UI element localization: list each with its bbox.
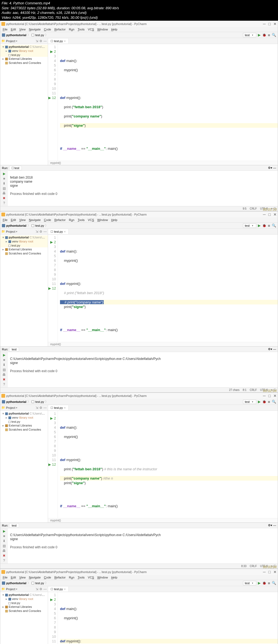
run-tab[interactable]: test — [9, 166, 22, 170]
menu-edit[interactable]: Edit — [10, 27, 17, 31]
video-video: Video: h264, yuv420p, 1280x720, 751 kb/s… — [2, 15, 276, 20]
debug-icon[interactable]: 🐞 — [262, 224, 266, 228]
run-label: Run: — [2, 166, 8, 170]
menu-file[interactable]: File — [1, 27, 9, 31]
crumb-project[interactable]: pythontutorial — [6, 33, 26, 37]
editor[interactable]: test.py × 1▶ 234567891011▶ 12 def main()… — [48, 38, 278, 165]
project-label[interactable]: 📁 Project — [1, 39, 17, 43]
code-editor[interactable]: def main(): myprint() def myprint(): pri… — [58, 44, 278, 161]
video-file: File: 4. Python Comments.mp4 — [2, 1, 276, 6]
video-size: Size: 34273022 bytes (32.69 MiB), durati… — [2, 6, 276, 11]
stop-icon[interactable]: ■ — [268, 223, 270, 228]
close-icon[interactable]: ✕ — [273, 22, 277, 26]
hide-run-icon[interactable]: — — [273, 166, 276, 169]
ide-frame-1: pythontutorial [C:\Users\Abdelfattah\Pyc… — [0, 21, 278, 211]
menu-run[interactable]: Run — [68, 27, 76, 31]
toolbar-row: pythontutorial 〉 test.py 〉 test ▶ 🐞 ■ 🔍 — [0, 32, 278, 38]
tab-testpy[interactable]: test.py × — [48, 39, 69, 43]
app-icon — [1, 22, 5, 26]
run-icon[interactable]: ▶ — [258, 223, 261, 228]
minimize-icon[interactable]: ─ — [263, 22, 266, 26]
line-gutter[interactable]: 1▶ 234567891011▶ 12 — [48, 44, 58, 161]
video-metadata: File: 4. Python Comments.mp4 Size: 34273… — [0, 0, 278, 21]
menu-tools[interactable]: Tools — [76, 27, 86, 31]
gear-icon[interactable]: ⚙ — [39, 39, 42, 43]
ide-frame-4: pythontutorial [C:\Users\Abdelfattah\Pyc… — [0, 569, 278, 644]
video-audio: Audio: aac, 44100 Hz, 2 channels, s16, 1… — [2, 10, 276, 15]
python-file-icon — [31, 34, 34, 36]
search-icon[interactable]: 🔍 — [272, 223, 276, 228]
line-sep: CRLF — [250, 207, 257, 210]
editor-tabs[interactable]: test.py × — [48, 38, 278, 44]
gear-icon[interactable]: ⚙▾ — [268, 166, 272, 169]
help-icon[interactable]: ? — [3, 201, 5, 205]
minimize-icon[interactable]: ─ — [263, 212, 266, 217]
caret-pos: 9:5 — [243, 207, 247, 210]
run-config-dropdown[interactable]: test — [243, 33, 256, 37]
maximize-icon[interactable]: □ — [268, 212, 271, 217]
menu-refactor[interactable]: Refactor — [53, 27, 67, 31]
title-bar[interactable]: pythontutorial [C:\Users\Abdelfattah\Pyc… — [0, 21, 278, 27]
crumb-file[interactable]: test.py — [35, 33, 44, 37]
ide-frame-3: pythontutorial [C:\Users\Abdelfattah\Pyc… — [0, 393, 278, 569]
window-title: pythontutorial [C:\Users\Abdelfattah\Pyc… — [6, 22, 263, 26]
close-tab-icon[interactable]: × — [64, 39, 65, 43]
code-editor[interactable]: def main(): myprint() def myprint(): # p… — [58, 235, 278, 342]
rerun-icon[interactable]: ▶ — [3, 172, 5, 176]
run-output[interactable]: fettah ben 2018 company name signe Proce… — [8, 171, 278, 206]
stop-icon[interactable]: ■ — [3, 177, 5, 181]
debug-icon[interactable]: 🐞 — [262, 33, 266, 37]
encoding: UTF-8 — [260, 207, 268, 210]
menu-navigate[interactable]: Navigate — [27, 27, 42, 31]
stop-icon[interactable]: ■ — [268, 33, 270, 37]
close-icon[interactable]: ✕ — [273, 212, 277, 217]
maximize-icon[interactable]: □ — [268, 22, 271, 26]
hide-icon[interactable]: — — [43, 39, 47, 43]
run-icon[interactable]: ▶ — [258, 33, 261, 37]
print-icon[interactable]: 🖶 — [2, 191, 6, 195]
run-toolbar[interactable]: ▶ ■ ⬇ ▤ 🖶 ✖ ? — [0, 171, 8, 206]
status-bar: 9:5 CRLF UTF-8 ≡ ⓘ 00:01:10 — [0, 206, 278, 211]
run-panel[interactable]: Run: test ⚙▾ — ▶ ■ ⬇ ▤ 🖶 ✖ ? fettah ben … — [0, 165, 278, 206]
search-icon[interactable]: 🔍 — [272, 33, 276, 37]
ide-frame-2: pythontutorial [C:\Users\Abdelfattah\Pyc… — [0, 211, 278, 393]
run-config-dropdown[interactable]: test — [243, 223, 256, 228]
menu-code[interactable]: Code — [43, 27, 52, 31]
folder-icon — [2, 33, 5, 37]
delete-icon[interactable]: ✖ — [3, 196, 5, 200]
code-editor[interactable]: def main(): myprint() def myprint(): pri… — [58, 411, 278, 518]
collapse-icon[interactable]: ⇲ — [36, 39, 38, 43]
down-icon[interactable]: ⬇ — [3, 182, 5, 185]
tab-testpy[interactable]: test.py × — [48, 229, 69, 234]
function-breadcrumb[interactable]: myprint() — [48, 161, 278, 165]
menu-view[interactable]: View — [18, 27, 27, 31]
project-panel[interactable]: 📁 Project ⇲ ⚙ — ▾pythontutorial C:\Users… — [0, 38, 48, 165]
project-tree[interactable]: ▾pythontutorial C:\Users\Abdelfattah\Pyc… — [0, 44, 48, 66]
menu-vcs[interactable]: VCS — [87, 27, 96, 31]
menu-bar[interactable]: File Edit View Navigate Code Refactor Ru… — [0, 27, 278, 32]
menu-window[interactable]: Window — [96, 27, 109, 31]
layout-icon[interactable]: ▤ — [3, 186, 6, 190]
menu-help[interactable]: Help — [110, 27, 119, 31]
run-output[interactable]: C:\Users\Abdelfattah\PycharmProjects\pyt… — [8, 352, 278, 387]
code-editor[interactable]: def main(): myprint() def myprint(): pri… — [58, 592, 278, 644]
